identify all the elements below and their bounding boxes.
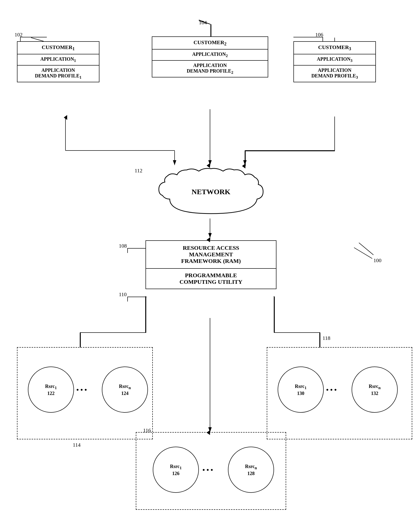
rsrc-3-132: Rsrcn 132	[352, 367, 398, 413]
customer2-demand: APPLICATIONDEMAND PROFILE2	[152, 61, 268, 77]
network-cloud: NETWORK	[150, 165, 272, 221]
ref-118: 118	[323, 335, 330, 341]
customer3-demand: APPLICATIONDEMAND PROFILE3	[294, 66, 375, 82]
rsrc-2-126: Rsrc1 126	[153, 447, 199, 493]
svg-line-17	[359, 243, 373, 255]
rsrc-1-124: Rsrcn 124	[102, 367, 148, 413]
ref-104: 104	[199, 19, 207, 26]
dots-group3: • • •	[326, 386, 337, 394]
ref-100: 100	[373, 257, 381, 264]
rsrc-2-128: Rsrcn 128	[228, 447, 274, 493]
customer1-title: CUSTOMER1	[17, 42, 99, 54]
customer2-title: CUSTOMER2	[152, 37, 268, 50]
svg-line-23	[354, 248, 372, 259]
ram-pcu-box: RESOURCE ACCESSMANAGEMENTFRAMEWORK (RAM)…	[145, 240, 276, 289]
ref-110: 110	[119, 291, 127, 298]
ref-116: 116	[143, 427, 151, 434]
pcu-title: PROGRAMMABLECOMPUTING UTILITY	[146, 269, 276, 289]
customer1-demand: APPLICATIONDEMAND PROFILE1	[17, 66, 99, 82]
ref-112: 112	[135, 167, 142, 174]
svg-line-26	[31, 38, 44, 41]
customer2-box: CUSTOMER2 APPLICATION2 APPLICATIONDEMAND…	[152, 36, 268, 77]
customer3-title: CUSTOMER3	[294, 42, 375, 54]
customer2-app: APPLICATION2	[152, 50, 268, 61]
rsrc-1-122: Rsrc1 122	[28, 367, 74, 413]
diagram-container: 102 CUSTOMER1 APPLICATION1 APPLICATIONDE…	[0, 0, 420, 519]
customer1-app: APPLICATION1	[17, 54, 99, 66]
svg-text:NETWORK: NETWORK	[192, 188, 231, 196]
customer3-app: APPLICATION3	[294, 54, 375, 66]
customer1-box: CUSTOMER1 APPLICATION1 APPLICATIONDEMAND…	[17, 41, 99, 82]
rsrc-3-130: Rsrc1 130	[278, 367, 324, 413]
customer3-box: CUSTOMER3 APPLICATION3 APPLICATIONDEMAND…	[293, 41, 376, 82]
ref-114: 114	[73, 442, 81, 448]
dots-group1: • • •	[76, 386, 87, 394]
ram-title: RESOURCE ACCESSMANAGEMENTFRAMEWORK (RAM)	[146, 241, 276, 269]
ref-108: 108	[119, 243, 127, 249]
dots-group2: • • •	[202, 466, 213, 474]
